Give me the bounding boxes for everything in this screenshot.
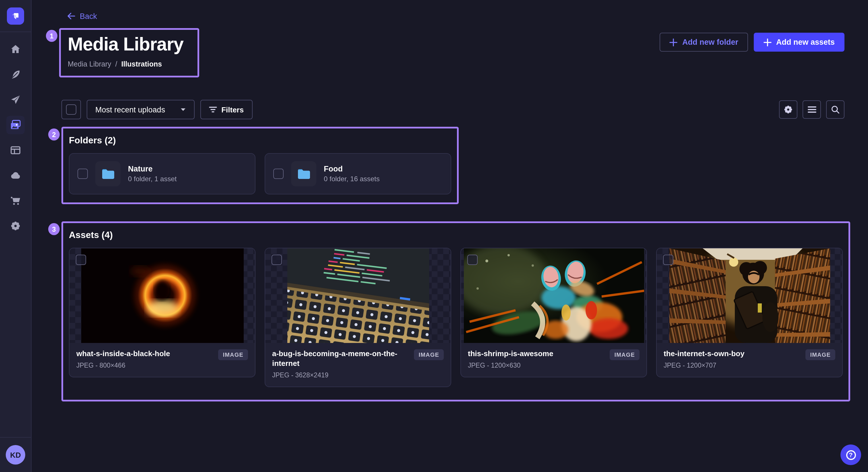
sidebar-item-media-library[interactable] [6,116,25,134]
filters-label: Filters [221,105,244,114]
annotation-badge-2: 2 [48,129,60,140]
sidebar-item-settings[interactable] [6,217,25,235]
asset-type-badge: IMAGE [414,349,444,360]
sidebar-item-content[interactable] [6,65,25,84]
filter-icon [209,106,217,113]
chevron-down-icon [180,107,186,111]
folder-card-food[interactable]: Food 0 folder, 16 assets [265,153,451,194]
folders-heading: Folders (2) [69,135,451,146]
asset-checkbox[interactable] [76,255,86,265]
sidebar-item-content-manager[interactable] [6,141,25,160]
folder-checkbox[interactable] [78,169,88,179]
media-library-icon [10,120,21,130]
asset-title: the-internet-s-own-boy [663,349,745,359]
asset-card-black-hole[interactable]: what-s-inside-a-black-hole JPEG - 800×46… [69,248,255,377]
gear-icon [784,105,793,114]
list-view-button[interactable] [803,100,821,119]
folder-tile [291,161,316,187]
sidebar-footer: KD [0,437,31,472]
folder-meta: 0 folder, 1 asset [128,175,177,183]
back-link[interactable]: Back [66,11,97,21]
sidebar-nav [6,32,25,235]
user-avatar[interactable]: KD [6,445,25,465]
folder-info: Food 0 folder, 16 assets [324,165,380,183]
asset-grid: what-s-inside-a-black-hole JPEG - 800×46… [69,248,843,387]
annotation-badge-3: 3 [48,223,60,235]
asset-thumbnail [265,248,451,343]
asset-title: this-shrimp-is-awesome [468,349,553,359]
annotated-title-region: 1 Media Library Media Library / Illustra… [59,28,199,77]
add-new-folder-button[interactable]: Add new folder [660,33,748,52]
asset-card-bug-meme[interactable]: a-bug-is-becoming-a-meme-on-the-internet… [265,248,451,387]
sidebar-item-home[interactable] [6,40,25,59]
select-all-checkbox[interactable] [66,104,76,115]
cart-icon [10,196,21,206]
add-new-assets-button[interactable]: Add new assets [754,33,844,52]
asset-footer: a-bug-is-becoming-a-meme-on-the-internet… [265,343,451,386]
home-icon [10,44,21,55]
back-arrow-icon [66,11,75,21]
breadcrumb: Media Library / Illustrations [68,60,183,68]
breadcrumb-parent[interactable]: Media Library [68,60,111,68]
assets-section: 3 Assets (4) [61,222,850,401]
strapi-logo[interactable] [7,7,24,25]
asset-checkbox[interactable] [272,255,282,265]
asset-card-shrimp[interactable]: this-shrimp-is-awesome JPEG - 1200×630 I… [460,248,647,377]
sidebar-item-releases[interactable] [6,91,25,109]
plus-icon [670,38,678,46]
asset-thumbnail [657,248,842,343]
asset-meta: JPEG - 3628×2419 [272,372,409,378]
black-hole-image [81,248,243,343]
feather-icon [10,69,21,80]
view-settings-button[interactable] [779,100,797,119]
sort-dropdown-value: Most recent uploads [95,105,165,114]
folder-tile [95,161,121,187]
filters-button[interactable]: Filters [200,100,252,119]
asset-checkbox[interactable] [467,255,477,265]
paper-plane-icon [10,95,21,105]
breadcrumb-current: Illustrations [121,60,162,68]
asset-type-badge: IMAGE [218,349,248,360]
folder-name: Nature [128,165,177,173]
library-portrait-image [669,248,830,343]
sidebar-footer-divider [0,437,31,438]
asset-meta: JPEG - 800×466 [76,362,170,369]
search-button[interactable] [826,100,844,119]
page-title: Media Library [68,34,183,55]
asset-info: this-shrimp-is-awesome JPEG - 1200×630 [468,349,553,369]
asset-footer: the-internet-s-own-boy JPEG - 1200×707 I… [657,343,842,377]
search-icon [831,105,840,114]
laptop-code-image [287,248,429,343]
sidebar-item-deploy[interactable] [6,166,25,185]
asset-meta: JPEG - 1200×630 [468,362,553,369]
folder-card-nature[interactable]: Nature 0 folder, 1 asset [69,153,255,194]
header-row: 1 Media Library Media Library / Illustra… [61,28,844,77]
asset-info: the-internet-s-own-boy JPEG - 1200×707 [663,349,745,369]
folders-section: 2 Folders (2) Nature 0 folder, 1 asset [61,127,459,204]
asset-card-internet-own-boy[interactable]: the-internet-s-own-boy JPEG - 1200×707 I… [656,248,843,377]
sidebar-item-marketplace[interactable] [6,192,25,210]
mantis-shrimp-image [464,248,644,343]
asset-type-badge: IMAGE [610,349,640,360]
sort-dropdown[interactable]: Most recent uploads [87,100,194,119]
folder-icon [102,168,114,179]
cloud-icon [10,170,21,181]
folder-name: Food [324,165,380,173]
question-mark-icon: ? [846,450,856,460]
list-icon [807,106,816,113]
plus-icon [764,38,772,46]
asset-info: what-s-inside-a-black-hole JPEG - 800×46… [76,349,170,369]
asset-title: a-bug-is-becoming-a-meme-on-the-internet [272,349,409,369]
header-actions: Add new folder Add new assets [660,33,844,52]
help-button[interactable]: ? [840,444,861,465]
toolbar: Most recent uploads Filters [61,100,844,119]
asset-thumbnail [461,248,646,343]
select-all-button[interactable] [61,100,81,119]
sidebar: KD [0,0,32,472]
folder-checkbox[interactable] [273,169,284,179]
assets-heading: Assets (4) [69,230,843,240]
toolbar-right [779,100,844,119]
add-new-assets-label: Add new assets [776,38,835,46]
asset-checkbox[interactable] [663,255,673,265]
annotation-badge-1: 1 [46,30,57,42]
